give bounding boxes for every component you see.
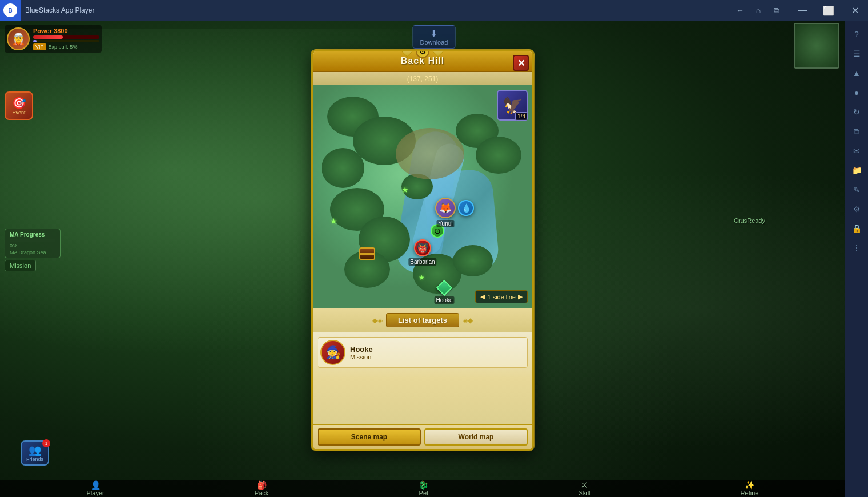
map-area[interactable]: 👹 Barbarian ⊙ 🦊 Yunui 💧 Hooke ★ <box>313 85 532 308</box>
hooke-marker[interactable]: Hooke <box>439 282 450 294</box>
bottom-player-label: Player <box>87 490 105 496</box>
char-counter: 1/4 <box>515 112 528 121</box>
right-deco-line <box>476 320 523 320</box>
barbarian-marker[interactable]: 👹 Barbarian <box>414 239 431 256</box>
hooke-diamond-icon <box>436 280 452 296</box>
target-item-hooke[interactable]: 🧙 Hooke Mission <box>318 337 528 368</box>
target-avatar-hooke: 🧙 <box>320 340 345 365</box>
home-button[interactable]: ⌂ <box>750 2 766 18</box>
target-info-hooke: Hooke Mission <box>350 345 525 360</box>
chest-marker[interactable] <box>359 247 375 260</box>
minimize-button[interactable]: — <box>789 0 815 21</box>
bottom-pet-label: Pet <box>419 490 429 496</box>
screenshot-icon[interactable]: ● <box>847 83 866 102</box>
world-map-tab[interactable]: World map <box>424 428 528 446</box>
modal-overlay: ⚙ Back Hill ✕ (137, 251) <box>0 21 845 480</box>
edit-icon[interactable]: ✎ <box>847 181 866 199</box>
apps-icon[interactable]: ⧉ <box>847 122 866 141</box>
barbarian-label: Barbarian <box>408 258 436 266</box>
target-type-hooke: Mission <box>350 354 525 360</box>
app-logo: B <box>0 0 21 21</box>
character-panel[interactable]: 🦅 1/4 <box>497 90 528 121</box>
folder-icon[interactable]: 📁 <box>847 161 866 179</box>
yunui-label: Yunui <box>436 220 454 227</box>
windows-button[interactable]: ⧉ <box>769 2 785 18</box>
bottom-skill-label: Skill <box>578 490 590 496</box>
menu-icon[interactable]: ☰ <box>847 45 866 63</box>
share-icon[interactable]: ⋮ <box>847 239 866 257</box>
bluestacks-sidebar: ? ☰ ▲ ● ↻ ⧉ ✉ 📁 ✎ ⚙ 🔒 ⋮ <box>845 21 868 497</box>
star-2: ★ <box>401 185 409 194</box>
bottom-refine[interactable]: ✨ Refine <box>741 480 759 496</box>
coords-text: (137, 251) <box>407 75 439 83</box>
close-window-button[interactable]: ✕ <box>842 0 868 21</box>
chest-icon <box>359 247 375 260</box>
modal-close-button[interactable]: ✕ <box>513 55 529 71</box>
forest-10 <box>453 245 493 276</box>
skill-icon: 💧 <box>458 200 474 216</box>
back-hill-modal: ⚙ Back Hill ✕ (137, 251) <box>311 50 534 451</box>
modal-top-decoration: ⚙ <box>403 50 442 58</box>
bottom-pack[interactable]: 🎒 Pack <box>255 480 268 496</box>
hooke-label: Hooke <box>435 296 455 304</box>
right-diamond-deco: ◈◆ <box>463 316 473 324</box>
coords-bar: (137, 251) <box>313 72 532 85</box>
bottom-refine-label: Refine <box>741 490 759 496</box>
center-gear-icon: ⚙ <box>416 50 429 58</box>
targets-list: 🧙 Hooke Mission <box>313 332 532 378</box>
lock-icon[interactable]: 🔒 <box>847 219 866 238</box>
targets-header: ◆◈ List of targets ◈◆ <box>313 308 532 332</box>
forest-3 <box>322 148 364 188</box>
skill-marker[interactable]: 💧 <box>458 200 474 216</box>
bottom-pet[interactable]: 🐉 Pet <box>419 480 428 496</box>
left-gem-icon <box>401 50 413 57</box>
volume-icon[interactable]: ▲ <box>847 64 866 82</box>
left-deco-line <box>322 320 369 320</box>
titlebar-nav: ← ⌂ ⧉ <box>732 2 785 18</box>
side-line-button[interactable]: ◀ 1 side line ▶ <box>475 290 528 303</box>
maximize-button[interactable]: ⬜ <box>815 0 842 21</box>
target-name-hooke: Hooke <box>350 345 525 354</box>
hill-center <box>396 128 464 179</box>
app-title: BlueStacks App Player <box>25 6 732 14</box>
back-button[interactable]: ← <box>732 2 748 18</box>
modal-footer: Scene map World map <box>313 424 532 449</box>
yunui-marker[interactable]: 🦊 Yunui <box>435 198 456 218</box>
arrow-right-icon: ▶ <box>518 293 523 300</box>
bottom-pack-label: Pack <box>255 490 268 496</box>
left-diamond-deco: ◆◈ <box>372 316 383 324</box>
side-line-label: 1 side line <box>487 294 516 300</box>
window-controls: — ⬜ ✕ <box>789 0 868 21</box>
forest-8 <box>476 137 521 174</box>
targets-title: List of targets <box>386 313 459 327</box>
barbarian-icon: 👹 <box>414 239 431 256</box>
empty-space <box>313 378 532 424</box>
star-3: ★ <box>419 274 425 282</box>
arrow-left-icon: ◀ <box>480 293 485 300</box>
bottom-player[interactable]: 👤 Player <box>87 480 105 496</box>
settings-icon[interactable]: ⚙ <box>847 200 866 218</box>
bottom-bar: 👤 Player 🎒 Pack 🐉 Pet ⚔ Skill ✨ Refine <box>0 480 845 497</box>
scene-map-tab[interactable]: Scene map <box>318 428 421 446</box>
right-gem-icon <box>432 50 444 57</box>
camera-icon[interactable]: ✉ <box>847 142 866 160</box>
help-icon[interactable]: ? <box>847 25 866 43</box>
rotate-icon[interactable]: ↻ <box>847 103 866 121</box>
yunui-icon: 🦊 <box>435 198 456 218</box>
star-1: ★ <box>330 217 337 226</box>
logo-icon: B <box>3 3 17 17</box>
titlebar: B BlueStacks App Player ← ⌂ ⧉ — ⬜ ✕ <box>0 0 868 21</box>
bottom-skill[interactable]: ⚔ Skill <box>578 480 590 496</box>
